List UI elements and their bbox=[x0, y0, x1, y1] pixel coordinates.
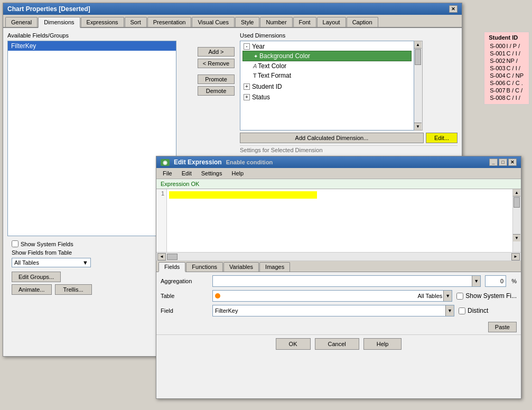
expression-text-area[interactable] bbox=[167, 189, 512, 252]
edit-expr-menubar: File Edit Settings Help bbox=[156, 168, 521, 179]
available-fields-label: Available Fields/Groups bbox=[7, 32, 192, 39]
used-dimensions-list[interactable]: - Year ✦ Background Color A Te bbox=[240, 41, 414, 131]
chart-props-title: Chart Properties [Deserted] bbox=[7, 5, 90, 13]
status-expand-icon[interactable]: + bbox=[244, 94, 250, 100]
field-dropdown[interactable]: FilterKey ▼ bbox=[212, 305, 454, 316]
expr-scrollbar-right[interactable]: ▲ ▼ bbox=[512, 189, 521, 252]
trellis-button[interactable]: Trellis... bbox=[55, 284, 92, 295]
menu-edit[interactable]: Edit bbox=[178, 169, 196, 178]
student-id-panel: Student ID S-000I / P / S-001C / I / S-0… bbox=[484, 32, 529, 105]
paste-row: Paste bbox=[156, 320, 521, 334]
tab-number[interactable]: Number bbox=[260, 17, 292, 27]
animate-button[interactable]: Animate... bbox=[12, 284, 52, 295]
expression-highlight bbox=[169, 191, 317, 199]
tab-layout[interactable]: Layout bbox=[317, 17, 346, 27]
edit-expr-title-text: Edit Expression bbox=[174, 159, 222, 166]
add-calculated-dimension-button[interactable]: Add Calculated Dimension... bbox=[240, 133, 424, 143]
tab-caption[interactable]: Caption bbox=[347, 17, 378, 27]
text-format-icon: T bbox=[253, 72, 257, 79]
scroll-thumb[interactable] bbox=[415, 49, 421, 65]
student-id-expand-icon[interactable]: + bbox=[244, 83, 250, 90]
tab-functions[interactable]: Functions bbox=[186, 262, 223, 272]
menu-help[interactable]: Help bbox=[227, 169, 248, 178]
close-button[interactable]: ✕ bbox=[449, 5, 458, 13]
help-button[interactable]: Help bbox=[363, 338, 402, 350]
expression-ok-text: Expression OK bbox=[161, 181, 199, 187]
dim-action-buttons: Add > < Remove Promote Demote bbox=[198, 47, 235, 96]
expr-scroll-up[interactable]: ▲ bbox=[513, 189, 520, 197]
student-id-group-header[interactable]: + Student ID bbox=[242, 82, 412, 91]
ok-button[interactable]: OK bbox=[276, 338, 311, 350]
tab-expressions[interactable]: Expressions bbox=[81, 17, 124, 27]
show-system-fields-expr-label: Show System Fi... bbox=[465, 292, 517, 300]
tab-presentation[interactable]: Presentation bbox=[147, 17, 192, 27]
aggregation-dropdown[interactable]: ▼ bbox=[212, 275, 481, 287]
table-dropdown[interactable]: All Tables ▼ bbox=[212, 290, 452, 302]
status-group-header[interactable]: + Status bbox=[242, 93, 412, 101]
year-group-header[interactable]: - Year bbox=[242, 42, 412, 51]
scroll-up-btn[interactable]: ▲ bbox=[414, 41, 422, 49]
edit-groups-button[interactable]: Edit Groups... bbox=[12, 272, 61, 282]
expression-ok-bar: Expression OK bbox=[156, 179, 521, 189]
show-system-fields-checkbox[interactable] bbox=[12, 240, 18, 247]
filterkey-item[interactable]: FilterKey bbox=[8, 41, 176, 51]
title-bar-controls: ✕ bbox=[449, 5, 458, 13]
expr-h-scrollbar[interactable]: ◄ ► bbox=[156, 253, 521, 261]
table-row: S-008C / I / bbox=[490, 95, 524, 101]
background-color-label: Background Color bbox=[259, 52, 310, 60]
text-color-item[interactable]: A Text Color bbox=[242, 61, 412, 71]
table-row: S-002NP / bbox=[490, 58, 524, 64]
tab-dimensions[interactable]: Dimensions bbox=[38, 17, 80, 28]
table-label: Table bbox=[161, 293, 208, 299]
text-format-item[interactable]: T Text Format bbox=[242, 71, 412, 80]
available-fields-list[interactable]: FilterKey bbox=[7, 41, 176, 236]
edit-expr-subtitle: Enable condition bbox=[226, 159, 273, 165]
h-scroll-thumb[interactable] bbox=[167, 254, 178, 260]
menu-settings[interactable]: Settings bbox=[197, 169, 227, 178]
tab-fields[interactable]: Fields bbox=[158, 262, 185, 272]
edit-button[interactable]: Edit... bbox=[426, 133, 458, 143]
scroll-down-btn[interactable]: ▼ bbox=[414, 123, 422, 130]
background-color-item[interactable]: ✦ Background Color bbox=[242, 51, 412, 61]
field-label: Field bbox=[161, 308, 208, 314]
promote-button[interactable]: Promote bbox=[198, 74, 235, 84]
distinct-wrapper: Distinct bbox=[459, 307, 517, 314]
expr-scroll-thumb[interactable] bbox=[514, 197, 520, 208]
tab-sort[interactable]: Sort bbox=[125, 17, 147, 27]
expr-scroll-down[interactable]: ▼ bbox=[513, 234, 520, 241]
remove-button[interactable]: < Remove bbox=[198, 59, 235, 68]
field-dropdown-arrow[interactable]: ▼ bbox=[445, 305, 454, 316]
menu-file[interactable]: File bbox=[158, 169, 176, 178]
tab-images[interactable]: Images bbox=[259, 262, 290, 272]
tab-style[interactable]: Style bbox=[235, 17, 259, 27]
table-row-field: Table All Tables ▼ Show System Fi... bbox=[161, 290, 517, 302]
all-tables-dropdown[interactable]: All Tables ▼ bbox=[12, 258, 91, 267]
percent-symbol: % bbox=[511, 278, 517, 284]
tab-general[interactable]: General bbox=[5, 17, 38, 27]
show-system-fields-expr-checkbox[interactable] bbox=[456, 293, 463, 300]
field-dropdown-wrapper: FilterKey ▼ bbox=[212, 305, 454, 316]
demote-button[interactable]: Demote bbox=[198, 86, 235, 96]
paste-button[interactable]: Paste bbox=[488, 322, 517, 332]
h-scroll-right[interactable]: ► bbox=[511, 253, 520, 260]
h-scroll-left[interactable]: ◄ bbox=[157, 253, 166, 260]
add-button[interactable]: Add > bbox=[198, 47, 235, 57]
text-color-label: Text Color bbox=[258, 62, 286, 70]
maximize-button[interactable]: □ bbox=[499, 159, 507, 166]
table-dropdown-arrow[interactable]: ▼ bbox=[443, 291, 452, 301]
aggregation-dropdown-arrow[interactable]: ▼ bbox=[472, 276, 480, 286]
cancel-button[interactable]: Cancel bbox=[315, 338, 359, 350]
year-expand-icon[interactable]: - bbox=[244, 43, 250, 50]
close-expr-button[interactable]: ✕ bbox=[508, 159, 517, 166]
right-panel: Used Dimensions - Year ✦ Backg bbox=[240, 32, 458, 154]
percent-input[interactable] bbox=[485, 275, 506, 287]
aggregation-dropdown-wrapper: ▼ bbox=[212, 275, 481, 287]
tab-visual-cues[interactable]: Visual Cues bbox=[192, 17, 235, 27]
minimize-button[interactable]: _ bbox=[489, 159, 498, 166]
tab-variables[interactable]: Variables bbox=[223, 262, 259, 272]
expression-editor-area: 1 ▲ ▼ bbox=[156, 189, 521, 253]
used-dim-scrollbar[interactable]: ▲ ▼ bbox=[414, 41, 423, 131]
distinct-checkbox[interactable] bbox=[459, 308, 465, 314]
dim-bottom-buttons: Add Calculated Dimension... Edit... bbox=[240, 133, 458, 143]
tab-font[interactable]: Font bbox=[293, 17, 316, 27]
